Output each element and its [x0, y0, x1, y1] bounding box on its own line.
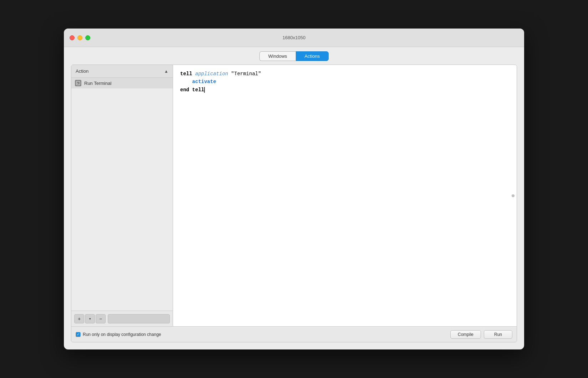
code-end: end tell: [180, 87, 204, 93]
compile-button[interactable]: Compile: [450, 330, 481, 339]
run-button[interactable]: Run: [484, 330, 512, 339]
close-button[interactable]: [70, 35, 75, 40]
code-application: application: [195, 71, 228, 77]
code-string: "Terminal": [228, 71, 261, 77]
list-item-label: Run Terminal: [84, 81, 111, 86]
titlebar: 1680x1050: [64, 29, 524, 47]
terminal-icon: >_: [75, 80, 81, 86]
remove-button[interactable]: −: [96, 314, 106, 323]
minus-icon: −: [99, 316, 102, 322]
tab-actions[interactable]: Actions: [296, 51, 329, 61]
panes: Action ▲ >_ Run Terminal: [71, 65, 517, 326]
tab-windows[interactable]: Windows: [259, 51, 296, 61]
checkbox-container: ✓ Run only on display configuration chan…: [76, 332, 446, 337]
left-panel: Action ▲ >_ Run Terminal: [71, 65, 173, 326]
window-title: 1680x1050: [283, 35, 305, 40]
run-on-change-checkbox[interactable]: ✓: [76, 332, 81, 337]
chevron-up-icon: ▲: [164, 69, 168, 74]
checkmark-icon: ✓: [77, 333, 80, 336]
left-toolbar: + ▾ −: [71, 311, 173, 326]
code-activate: activate: [192, 79, 216, 85]
svg-text:>_: >_: [77, 82, 80, 85]
list-item[interactable]: >_ Run Terminal: [71, 78, 173, 88]
bottom-bar: ✓ Run only on display configuration chan…: [71, 326, 517, 342]
tab-bar: Windows Actions: [64, 47, 524, 65]
chevron-down-icon: ▾: [89, 317, 91, 321]
add-dropdown-button[interactable]: ▾: [85, 314, 95, 323]
code-tell: tell: [180, 71, 192, 77]
scroll-indicator: [512, 194, 514, 197]
add-button[interactable]: +: [74, 314, 84, 323]
action-list: >_ Run Terminal: [71, 78, 173, 311]
right-panel: tell application "Terminal" activate end…: [173, 65, 517, 326]
toolbar-spacer: [108, 314, 170, 323]
code-editor[interactable]: tell application "Terminal" activate end…: [173, 65, 517, 326]
main-content: Action ▲ >_ Run Terminal: [64, 65, 524, 349]
plus-icon: +: [78, 316, 81, 322]
traffic-lights: [70, 35, 90, 40]
inner-container: Action ▲ >_ Run Terminal: [71, 65, 517, 342]
bottom-buttons: Compile Run: [450, 330, 512, 339]
action-header: Action ▲: [71, 65, 173, 78]
action-header-label: Action: [76, 68, 88, 74]
main-window: 1680x1050 Windows Actions Action ▲: [64, 29, 524, 349]
checkbox-label: Run only on display configuration change: [83, 332, 161, 337]
maximize-button[interactable]: [85, 35, 90, 40]
minimize-button[interactable]: [77, 35, 82, 40]
text-cursor: [204, 87, 205, 93]
